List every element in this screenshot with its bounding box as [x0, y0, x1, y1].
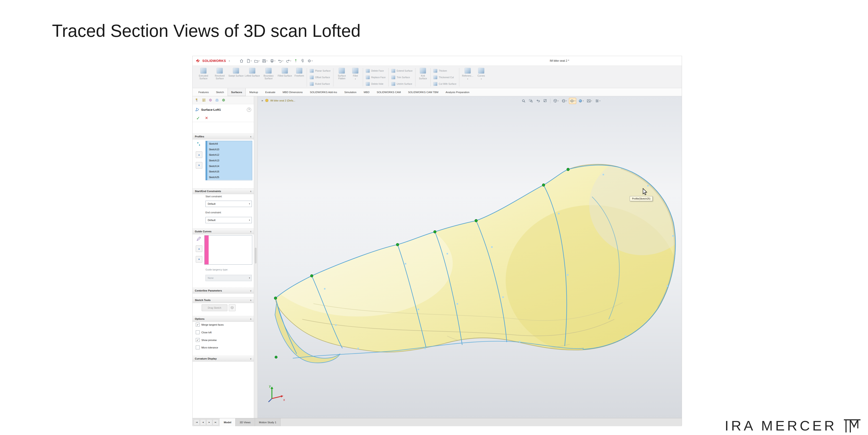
- options-gear-icon[interactable]: ▾: [307, 58, 313, 63]
- checkbox[interactable]: ✓: [196, 338, 199, 342]
- profile-item[interactable]: Sketch14: [206, 163, 252, 169]
- prev-tab-button[interactable]: ◀: [200, 420, 206, 425]
- new-document-icon[interactable]: ▾: [246, 58, 252, 63]
- move-guide-down-button[interactable]: ▼: [196, 256, 202, 262]
- tool-delete-face[interactable]: Delete Face: [364, 68, 387, 74]
- tab-features[interactable]: Features: [195, 88, 212, 96]
- undo-icon[interactable]: ▾: [277, 58, 284, 63]
- checkbox[interactable]: [196, 330, 199, 334]
- profile-item[interactable]: Sketch12: [206, 152, 252, 158]
- tool-surface-flatten[interactable]: Surface Flatten: [335, 67, 349, 88]
- attach-icon[interactable]: [300, 58, 305, 63]
- splitter-handle[interactable]: [255, 248, 256, 263]
- guide-curves-listbox[interactable]: [204, 235, 252, 265]
- move-profile-down-button[interactable]: ▼: [196, 162, 202, 168]
- section-curvature-display[interactable]: Curvature Display ∨: [193, 356, 254, 362]
- tool-curves[interactable]: Curves▾: [475, 67, 488, 88]
- last-tab-button[interactable]: ▶|: [213, 420, 219, 425]
- displaymanager-tab-icon[interactable]: [221, 98, 225, 102]
- start-constraint-select[interactable]: Default▾: [206, 201, 252, 207]
- flyout-tree-node[interactable]: ▶ IM bike seat 2 (Defa...: [262, 98, 295, 102]
- profile-item[interactable]: Sketch10: [206, 147, 252, 152]
- view-settings-icon[interactable]: ▾: [594, 98, 601, 104]
- tool-replace-face[interactable]: Replace Face: [364, 74, 387, 81]
- zoom-area-icon[interactable]: [528, 98, 534, 104]
- tool-ruled-surface[interactable]: Ruled Surface: [308, 81, 332, 87]
- propertymanager-tab-icon[interactable]: [202, 98, 206, 102]
- tab-surfaces[interactable]: Surfaces: [228, 88, 246, 96]
- checkbox[interactable]: ✓: [196, 323, 199, 327]
- tab-analysis-preparation[interactable]: Analysis Preparation: [442, 88, 473, 96]
- tool-fillet[interactable]: Fillet▾: [349, 67, 362, 88]
- tab-markup[interactable]: Markup: [246, 88, 261, 96]
- tool-thickened-cut[interactable]: Thickened Cut: [432, 74, 458, 81]
- previous-view-icon[interactable]: [535, 98, 541, 104]
- doc-tab-motion-study-1[interactable]: Motion Study 1: [255, 418, 281, 426]
- tree-expand-icon[interactable]: ▶: [262, 99, 264, 102]
- tab-solidworks-cam[interactable]: SOLIDWORKS CAM: [373, 88, 405, 96]
- tab-simulation[interactable]: Simulation: [341, 88, 360, 96]
- apply-scene-icon[interactable]: ▾: [586, 98, 593, 104]
- hide-show-items-icon[interactable]: ▾: [569, 98, 576, 104]
- tool-filled-surface[interactable]: Filled Surface: [277, 67, 293, 88]
- tab-solidworks-add-ins[interactable]: SOLIDWORKS Add-Ins: [306, 88, 341, 96]
- tool-thicken[interactable]: Thicken: [432, 68, 458, 74]
- ok-button[interactable]: ✓: [196, 116, 200, 121]
- section-view-icon[interactable]: [542, 98, 548, 104]
- profiles-listbox[interactable]: Sketch9 Sketch10 Sketch12 Sketch13 Sketc…: [206, 141, 252, 180]
- tool-offset-surface[interactable]: Offset Surface: [308, 74, 332, 81]
- tool-swept-surface[interactable]: Swept Surface: [228, 67, 244, 88]
- tab-sketch[interactable]: Sketch: [212, 88, 227, 96]
- cancel-button[interactable]: ✕: [205, 116, 208, 120]
- open-icon[interactable]: ▾: [254, 58, 260, 63]
- lofted-seat-model[interactable]: [258, 96, 682, 418]
- move-profile-up-button[interactable]: ▲: [196, 151, 202, 158]
- tab-mbd-dimensions[interactable]: MBD Dimensions: [279, 88, 306, 96]
- tool-knit-surface[interactable]: Knit Surface: [416, 67, 429, 88]
- section-profiles[interactable]: Profiles ∧: [193, 133, 254, 139]
- section-options[interactable]: Options ∧: [193, 316, 254, 322]
- tool-lofted-surface[interactable]: Lofted Surface: [244, 67, 260, 88]
- home-icon[interactable]: [239, 58, 244, 63]
- section-centerline-parameters[interactable]: Centerline Parameters ∨: [193, 288, 254, 293]
- panel-splitter[interactable]: [254, 96, 258, 418]
- redo-icon[interactable]: ▾: [285, 58, 291, 63]
- tool-boundary-surface[interactable]: Boundary Surface: [260, 67, 277, 88]
- tool-extruded-surface[interactable]: Extruded Surface: [195, 67, 212, 88]
- tool-untrim-surface[interactable]: Untrim Surface: [390, 81, 414, 87]
- option-merge-tangent-faces[interactable]: ✓ Merge tangent faces: [196, 323, 223, 327]
- end-constraint-select[interactable]: Default▾: [206, 217, 252, 223]
- tool-freeform[interactable]: Freeform: [293, 67, 306, 88]
- option-show-preview[interactable]: ✓ Show preview: [196, 338, 217, 342]
- first-tab-button[interactable]: |◀: [194, 420, 199, 425]
- tool-extend-surface[interactable]: Extend Surface: [390, 68, 414, 74]
- option-micro-tolerance[interactable]: Micro tolerance: [196, 345, 218, 349]
- rebuild-icon[interactable]: [293, 58, 298, 63]
- section-sketch-tools[interactable]: Sketch Tools ∧: [193, 297, 254, 303]
- tab-evaluate[interactable]: Evaluate: [262, 88, 279, 96]
- save-icon[interactable]: ▾: [261, 58, 268, 63]
- edit-appearance-icon[interactable]: ▾: [577, 98, 585, 104]
- print-icon[interactable]: ▾: [270, 58, 276, 63]
- profile-item[interactable]: Sketch13: [206, 158, 252, 163]
- tool-revolved-surface[interactable]: Revolved Surface: [212, 67, 228, 88]
- zoom-fit-icon[interactable]: [521, 98, 527, 104]
- display-style-icon[interactable]: ▾: [561, 98, 568, 104]
- tool-planar-surface[interactable]: Planar Surface: [308, 68, 332, 74]
- tool-delete-hole[interactable]: Delete Hole: [364, 81, 387, 87]
- profile-item[interactable]: Sketch25: [206, 175, 252, 180]
- tool-cut-with-surface[interactable]: Cut With Surface: [432, 81, 458, 87]
- section-guide-curves[interactable]: Guide Curves ∧: [193, 228, 254, 234]
- section-start-end-constraints[interactable]: Start/End Constraints ∧: [193, 188, 254, 194]
- doc-tab-model[interactable]: Model: [220, 418, 236, 426]
- configurationmanager-tab-icon[interactable]: [209, 98, 213, 102]
- tab-solidworks-cam-tbm[interactable]: SOLIDWORKS CAM TBM: [404, 88, 442, 96]
- next-tab-button[interactable]: ▶: [206, 420, 212, 425]
- profile-item[interactable]: Sketch9: [206, 141, 252, 147]
- view-orientation-icon[interactable]: ▾: [552, 98, 559, 104]
- tool-reference-geometry[interactable]: Referenc...▾: [460, 67, 475, 88]
- graphics-viewport[interactable]: ▶ IM bike seat 2 (Defa... ▾ ▾ ▾ ▾ ▾ ▾ Pr…: [258, 96, 682, 418]
- profile-item[interactable]: Sketch16: [206, 169, 252, 175]
- tab-mbd[interactable]: MBD: [360, 88, 373, 96]
- doc-tab-3d-views[interactable]: 3D Views: [236, 418, 255, 426]
